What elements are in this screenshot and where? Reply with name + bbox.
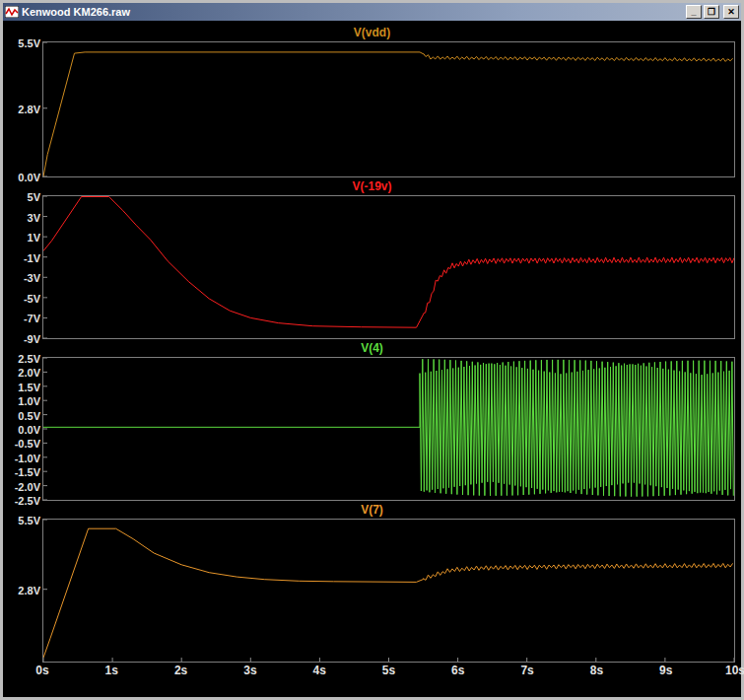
x-tick-label: 7s [520,664,533,677]
x-tick-label: 9s [659,664,672,677]
y-tick-label: -1V [24,252,40,264]
plot-area-0[interactable] [43,42,734,176]
plot-frame-v7[interactable]: 5.5V2.8V [42,519,735,663]
minimize-button[interactable]: _ [686,5,702,19]
x-tick-label: 10s [725,664,744,677]
trace-title-v4: V(4) [3,341,741,357]
titlebar-buttons: _ ❐ ✕ [686,5,739,19]
y-tick-label: -1.5V [15,466,40,478]
x-tick-label: 0s [35,664,48,677]
y-tick-label: -2.0V [15,481,40,493]
plot-panel-neg19v: V(-19v) 5V3V1V-1V-3V-5V-7V-9V [3,179,741,339]
waveform-trace-2 [43,359,733,496]
plot-panel-v7: V(7) 5.5V2.8V [3,503,741,663]
y-tick-label: -5V [24,293,40,305]
y-tick-label: 0.0V [18,424,40,436]
y-tick-label: 1.5V [18,382,40,393]
y-tick-label: 1.0V [18,395,40,407]
x-tick-label: 2s [174,664,187,677]
titlebar[interactable]: Kenwood KM266.raw _ ❐ ✕ [3,3,741,21]
plot-frame-neg19v[interactable]: 5V3V1V-1V-3V-5V-7V-9V [42,195,735,339]
x-tick-label: 8s [590,664,603,677]
plot-area-3[interactable] [43,520,734,662]
app-icon [5,6,19,18]
y-tick-label: 2.8V [18,585,40,596]
y-tick-label: -2.5V [15,495,40,507]
x-tick-label: 6s [451,664,464,677]
y-tick-label: 1V [28,232,40,244]
y-tick-label: -0.5V [15,438,40,450]
x-axis: 0s1s2s3s4s5s6s7s8s9s10s [42,663,735,678]
plot-area-1[interactable] [43,196,734,338]
y-tick-label: -9V [24,333,40,345]
plot-frame-vdd[interactable]: 5.5V2.8V0.0V [42,41,735,177]
waveform-trace-3 [43,528,733,658]
x-tick-label: 3s [243,664,256,677]
y-tick-label: 5.5V [18,37,40,49]
x-tick-label: 1s [105,664,118,677]
y-tick-label: 5V [28,191,40,203]
waveform-trace-0 [43,52,733,176]
y-tick-label: 2.8V [18,104,40,115]
y-tick-label: 0.0V [18,172,40,183]
plot-panel-vdd: V(vdd) 5.5V2.8V0.0V [3,26,741,177]
close-button[interactable]: ✕ [723,5,739,19]
y-tick-label: 2.0V [18,367,40,379]
trace-title-neg19v: V(-19v) [3,179,741,195]
y-tick-label: 2.5V [18,353,40,365]
trace-title-vdd: V(vdd) [3,26,741,41]
trace-title-v7: V(7) [3,503,741,519]
y-tick-label: 3V [28,212,40,224]
x-tick-label: 5s [382,664,395,677]
app-window: Kenwood KM266.raw _ ❐ ✕ V(vdd) 5.5V2.8V0… [0,0,744,700]
x-tick-label: 4s [313,664,326,677]
window-title: Kenwood KM266.raw [22,6,686,18]
waveform-trace-1 [43,197,734,328]
plot-client-area: V(vdd) 5.5V2.8V0.0V V(-19v) 5V3V1V-1V-3V… [3,21,741,697]
y-tick-label: 5.5V [18,515,40,526]
y-tick-label: -3V [24,272,40,284]
plot-frame-v4[interactable]: 2.5V2.0V1.5V1.0V0.5V0.0V-0.5V-1.0V-1.5V-… [42,357,735,501]
plot-panel-v4: V(4) 2.5V2.0V1.5V1.0V0.5V0.0V-0.5V-1.0V-… [3,341,741,501]
restore-button[interactable]: ❐ [704,5,719,19]
plot-area-2[interactable] [43,358,734,500]
y-tick-label: -1.0V [15,453,40,464]
y-tick-label: 0.5V [18,410,40,422]
y-tick-label: -7V [24,313,40,324]
